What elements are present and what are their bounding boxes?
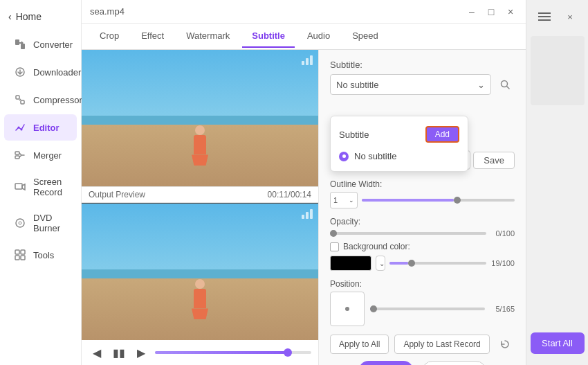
- outline-thumb[interactable]: [454, 197, 461, 204]
- position-area: 5/165: [330, 292, 515, 326]
- save-button[interactable]: Save: [473, 152, 515, 169]
- bg-fill: [389, 262, 408, 265]
- maximize-button[interactable]: □: [484, 5, 498, 19]
- prev-button[interactable]: ◀: [89, 344, 105, 361]
- tab-watermark[interactable]: Watermark: [176, 25, 239, 48]
- position-thumb[interactable]: [370, 305, 377, 312]
- svg-point-10: [16, 219, 24, 227]
- bg-slider[interactable]: [389, 262, 486, 265]
- screen-record-icon: [14, 181, 26, 193]
- signal-bars-icon: [302, 55, 313, 65]
- svg-point-6: [21, 129, 23, 131]
- outline-dropdown[interactable]: 1 ⌄: [330, 192, 358, 208]
- back-button[interactable]: ‹ Home: [0, 6, 81, 30]
- svg-rect-13: [21, 250, 25, 254]
- person-skirt: [192, 154, 208, 166]
- sky: [82, 50, 318, 125]
- progress-bar[interactable]: [155, 351, 311, 354]
- add-subtitle-button[interactable]: Add: [425, 126, 459, 143]
- apply-last-button[interactable]: Apply to Last Record: [394, 335, 489, 354]
- tab-subtitle[interactable]: Subtitle: [242, 25, 295, 48]
- close-icon[interactable]: ×: [559, 6, 581, 28]
- tab-audio[interactable]: Audio: [297, 25, 340, 48]
- sidebar: ‹ Home Converter Downloader: [0, 0, 82, 365]
- next-button[interactable]: ▶: [133, 344, 149, 361]
- bg-thumb[interactable]: [408, 260, 415, 267]
- sidebar-item-label: Tools: [33, 250, 54, 260]
- window-title: sea.mp4: [90, 6, 125, 17]
- ok-button[interactable]: OK: [358, 361, 414, 365]
- bar3: [310, 55, 313, 65]
- outline-slider[interactable]: [362, 199, 515, 202]
- sidebar-item-label: Editor: [33, 123, 59, 133]
- sidebar-item-merger[interactable]: Merger: [4, 142, 77, 168]
- bg-color-row: Background color:: [330, 242, 515, 251]
- svg-rect-4: [21, 100, 24, 104]
- far-right-top: ×: [531, 6, 584, 28]
- beach-scene-2: [82, 204, 318, 340]
- subtitle-search-button[interactable]: [495, 75, 515, 94]
- pause-button[interactable]: ▮▮: [111, 344, 127, 361]
- window-controls: – □ ×: [465, 5, 517, 19]
- bg-color-label: Background color:: [343, 242, 410, 251]
- sidebar-item-screen-record[interactable]: Screen Record: [4, 170, 77, 204]
- subtitle-dropdown[interactable]: No subtitle ⌄: [330, 74, 491, 95]
- svg-rect-12: [15, 250, 19, 254]
- bg-color-dropdown[interactable]: ⌄: [376, 256, 385, 271]
- sidebar-item-tools[interactable]: Tools: [4, 242, 77, 268]
- start-all-button[interactable]: Start All: [531, 332, 585, 354]
- minimize-button[interactable]: –: [465, 5, 479, 19]
- editor-icon: [14, 121, 26, 134]
- popup-item-no-subtitle[interactable]: No subtitle: [331, 147, 468, 166]
- bg-value: 19/100: [490, 259, 515, 267]
- svg-rect-9: [15, 184, 22, 189]
- progress-fill: [155, 351, 288, 354]
- popup-title: Subtitle: [339, 130, 369, 140]
- position-slider[interactable]: [370, 308, 485, 310]
- position-box[interactable]: [330, 292, 365, 326]
- video-preview-bottom: [82, 203, 318, 340]
- subtitle-dropdown-row: No subtitle ⌄ Subtitle Add: [330, 74, 515, 95]
- beach-scene: [82, 50, 318, 186]
- opacity-slider[interactable]: [330, 232, 486, 235]
- person-figure-2: [192, 279, 208, 319]
- svg-rect-8: [15, 156, 19, 159]
- sidebar-item-dvd-burner[interactable]: DVD Burner: [4, 206, 77, 240]
- downloader-icon: [14, 66, 26, 78]
- hamburger-menu-button[interactable]: [533, 6, 555, 28]
- close-button[interactable]: ×: [504, 5, 517, 19]
- tab-speed[interactable]: Speed: [342, 25, 388, 48]
- tab-crop[interactable]: Crop: [90, 25, 129, 48]
- progress-thumb[interactable]: [284, 348, 292, 357]
- sidebar-item-editor[interactable]: Editor: [4, 114, 77, 141]
- tab-effect[interactable]: Effect: [131, 25, 174, 48]
- subtitle-panel: Subtitle: No subtitle ⌄ Subtitle A: [318, 50, 526, 365]
- person-body: [194, 135, 206, 154]
- cancel-button[interactable]: Cancel: [422, 361, 487, 365]
- sidebar-item-compressor[interactable]: Compressor: [4, 87, 77, 113]
- sidebar-item-converter[interactable]: Converter: [4, 31, 77, 57]
- person-figure: [192, 125, 208, 166]
- bg-color-checkbox[interactable]: [330, 242, 339, 251]
- far-right-placeholder: [531, 36, 585, 105]
- apply-all-button[interactable]: Apply to All: [330, 335, 389, 354]
- sky-2: [82, 204, 318, 278]
- sidebar-item-label: Converter: [33, 39, 73, 50]
- opacity-label: Opacity:: [330, 217, 515, 226]
- video-timestamp: 00:11/00:14: [268, 190, 311, 199]
- output-label: Output Preview: [89, 190, 145, 199]
- refresh-button[interactable]: [495, 335, 515, 354]
- popup-header: Subtitle Add: [331, 122, 468, 147]
- opacity-row: 0/100: [330, 229, 515, 238]
- person-head-2: [195, 279, 205, 289]
- outline-fill: [362, 199, 454, 202]
- sidebar-item-label: Merger: [33, 150, 62, 161]
- bg-color-swatch[interactable]: [330, 256, 371, 271]
- svg-rect-1: [21, 44, 25, 49]
- position-dot: [345, 307, 349, 311]
- sidebar-item-label: DVD Burner: [33, 213, 67, 233]
- opacity-thumb[interactable]: [330, 230, 337, 237]
- titlebar: sea.mp4 – □ ×: [82, 0, 526, 24]
- sidebar-item-downloader[interactable]: Downloader: [4, 59, 77, 85]
- svg-point-5: [18, 127, 20, 129]
